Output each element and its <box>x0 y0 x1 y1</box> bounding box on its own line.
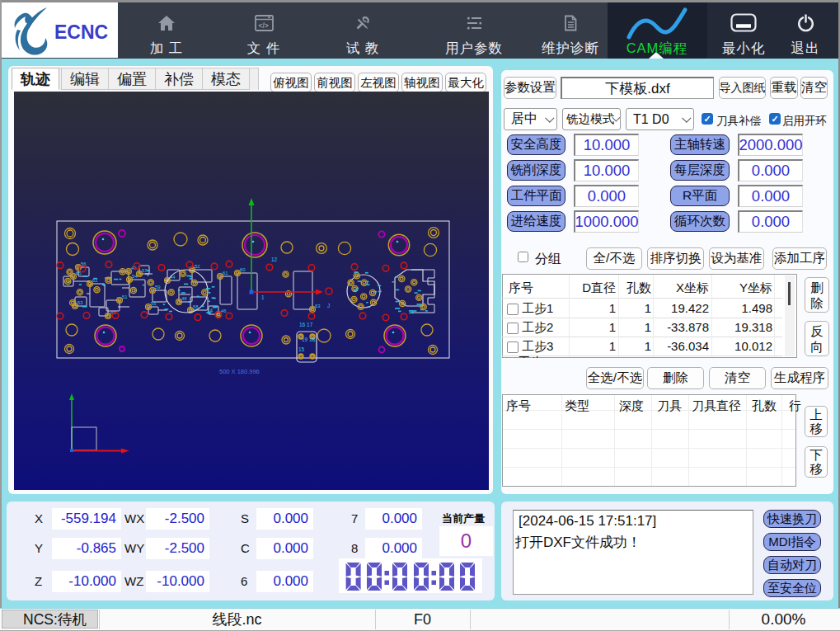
svg-text:12: 12 <box>271 257 278 262</box>
svg-text:51: 51 <box>122 294 128 299</box>
svg-text:60: 60 <box>240 267 246 272</box>
svg-text:ECNC: ECNC <box>54 21 108 43</box>
svg-text:61: 61 <box>223 271 228 275</box>
svg-text:1: 1 <box>261 294 265 300</box>
svg-text:59: 59 <box>155 285 161 290</box>
svg-text:16 17: 16 17 <box>299 322 313 327</box>
svg-text:53: 53 <box>77 300 83 305</box>
svg-text:48: 48 <box>181 296 187 301</box>
svg-text:</>: </> <box>258 21 268 29</box>
svg-text:52: 52 <box>195 264 200 269</box>
svg-text:500 X 180.996: 500 X 180.996 <box>219 368 260 375</box>
svg-text:55: 55 <box>151 301 157 306</box>
svg-text:46: 46 <box>221 308 227 313</box>
svg-text:19 18: 19 18 <box>302 337 316 342</box>
svg-text:15: 15 <box>298 346 305 352</box>
svg-text:J: J <box>327 303 330 308</box>
svg-text:14: 14 <box>207 308 214 313</box>
svg-text:63: 63 <box>315 304 321 308</box>
